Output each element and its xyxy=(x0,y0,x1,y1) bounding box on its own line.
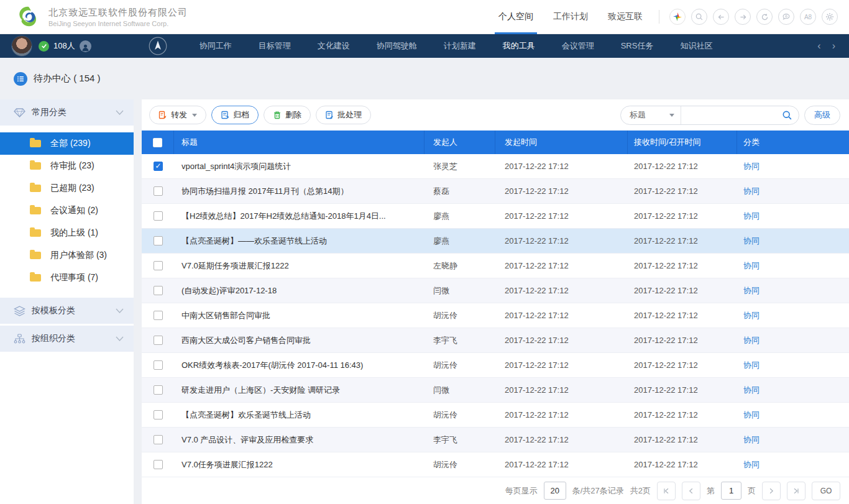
nav-item[interactable]: 协同工作 xyxy=(200,40,232,52)
nav-item[interactable]: 计划新建 xyxy=(444,40,476,52)
nav-item[interactable]: 目标管理 xyxy=(259,40,291,52)
compass-icon[interactable] xyxy=(149,37,167,55)
column-header-start-time[interactable]: 发起时间 xyxy=(495,131,628,154)
sidebar-folder-item[interactable]: 已超期 (23) xyxy=(0,177,134,199)
column-header-category[interactable]: 分类 xyxy=(737,131,849,154)
settings-gear-icon[interactable] xyxy=(822,9,838,25)
row-title[interactable]: 【点亮圣诞树】——欢乐圣诞节线上活动 xyxy=(181,236,327,247)
sidebar-folder-item[interactable]: 代理事项 (7) xyxy=(0,267,134,289)
refresh-icon[interactable] xyxy=(756,9,773,25)
select-all-checkbox[interactable] xyxy=(153,138,162,147)
row-checkbox[interactable] xyxy=(154,311,163,320)
row-checkbox[interactable] xyxy=(154,360,163,370)
row-checkbox[interactable] xyxy=(154,236,163,245)
forward-arrow-icon[interactable] xyxy=(735,9,751,25)
feedback-bubble-icon[interactable] xyxy=(778,9,794,25)
row-category-link[interactable]: 协同 xyxy=(743,459,760,470)
row-title[interactable]: 研发走进用户（上海区）-天安财险 调研记录 xyxy=(181,385,340,396)
nav-item[interactable]: 知识社区 xyxy=(680,40,712,52)
row-checkbox[interactable] xyxy=(154,435,163,444)
a8-icon[interactable]: A8 xyxy=(800,9,816,25)
space-tab[interactable]: 致远互联 xyxy=(598,0,653,34)
online-count[interactable]: 108人 xyxy=(53,40,75,52)
row-category-link[interactable]: 协同 xyxy=(743,434,760,446)
row-category-link[interactable]: 协同 xyxy=(743,310,760,321)
search-field-select[interactable]: 标题 xyxy=(621,109,681,121)
go-button[interactable]: GO xyxy=(812,482,840,500)
search-icon[interactable] xyxy=(691,9,707,25)
row-checkbox[interactable] xyxy=(154,336,163,345)
row-category-link[interactable]: 协同 xyxy=(743,360,760,371)
table-row[interactable]: V7.0任务项进展汇报1222 胡沅伶 2017-12-22 17:12 201… xyxy=(142,452,849,477)
prev-page-button[interactable] xyxy=(682,482,700,500)
last-page-button[interactable] xyxy=(787,482,805,500)
row-title[interactable]: 西南大区大成公司客户销售合同审批 xyxy=(181,335,311,346)
nav-item[interactable]: SRS任务 xyxy=(621,40,654,52)
nav-item[interactable]: 协同驾驶舱 xyxy=(377,40,417,52)
row-checkbox[interactable] xyxy=(154,385,163,395)
row-title[interactable]: V7.0延期任务项进展汇报1222 xyxy=(181,260,289,272)
sidebar-folder-item[interactable]: 用户体验部 (3) xyxy=(0,244,134,267)
table-row[interactable]: (自动发起)评审2017-12-18 闫微 2017-12-22 17:12 2… xyxy=(142,278,849,303)
row-category-link[interactable]: 协同 xyxy=(743,385,760,396)
current-page-input[interactable] xyxy=(721,482,741,500)
column-header-title[interactable]: 标题 xyxy=(174,131,424,154)
row-title[interactable]: V7.0 产品设计、评审及应用检查要求 xyxy=(181,434,313,446)
column-header-receive-time[interactable]: 接收时间/召开时间 xyxy=(628,131,737,154)
row-category-link[interactable]: 协同 xyxy=(743,285,760,296)
table-row[interactable]: 【H2绩效总结】2017年H2绩效总结通知-2018年1月4日... 廖燕 20… xyxy=(142,204,849,229)
row-title[interactable]: (自动发起)评审2017-12-18 xyxy=(181,285,277,296)
row-title[interactable]: vportal_sprint4演示项问题统计 xyxy=(181,161,291,172)
row-category-link[interactable]: 协同 xyxy=(743,161,760,172)
row-title[interactable]: 协同市场扫描月报 2017年11月刊（总第14期） xyxy=(181,186,349,197)
nav-scroll-left-icon[interactable]: ‹ xyxy=(817,40,820,52)
table-row[interactable]: 协同市场扫描月报 2017年11月刊（总第14期） 蔡磊 2017-12-22 … xyxy=(142,179,849,204)
row-category-link[interactable]: 协同 xyxy=(743,260,760,272)
user-avatar[interactable] xyxy=(11,35,32,57)
row-category-link[interactable]: 协同 xyxy=(743,410,760,421)
row-checkbox[interactable] xyxy=(154,261,163,270)
first-page-button[interactable] xyxy=(657,482,676,500)
row-checkbox[interactable] xyxy=(154,162,163,171)
table-row[interactable]: 【点亮圣诞树】欢乐圣诞节线上活动 胡沅伶 2017-12-22 17:12 20… xyxy=(142,403,849,428)
nav-scroll-right-icon[interactable]: › xyxy=(832,40,835,52)
space-tab[interactable]: 工作计划 xyxy=(543,0,598,34)
search-submit-icon[interactable] xyxy=(782,110,799,121)
nav-item[interactable]: 文化建设 xyxy=(318,40,350,52)
row-category-link[interactable]: 协同 xyxy=(743,186,760,197)
page-size-input[interactable] xyxy=(544,482,566,500)
column-header-sender[interactable]: 发起人 xyxy=(424,131,495,154)
row-title[interactable]: V7.0任务项进展汇报1222 xyxy=(181,459,273,470)
forward-button[interactable]: 转发 xyxy=(149,106,206,124)
back-arrow-icon[interactable] xyxy=(713,9,729,25)
table-row[interactable]: vportal_sprint4演示项问题统计 张灵芝 2017-12-22 17… xyxy=(142,154,849,179)
search-input[interactable] xyxy=(681,107,782,123)
sidebar-section-template[interactable]: 按模板分类 xyxy=(0,298,134,324)
table-row[interactable]: 西南大区大成公司客户销售合同审批 李宇飞 2017-12-22 17:12 20… xyxy=(142,328,849,353)
row-checkbox[interactable] xyxy=(154,211,163,221)
next-page-button[interactable] xyxy=(762,482,781,500)
row-title[interactable]: OKR绩效考核表-2017年(胡沅伶 2017-04-11 16:43) xyxy=(181,360,363,371)
row-checkbox[interactable] xyxy=(154,186,163,196)
advanced-search-button[interactable]: 高级 xyxy=(804,106,840,125)
sidebar-folder-item[interactable]: 我的上级 (1) xyxy=(0,222,134,244)
row-checkbox[interactable] xyxy=(154,410,163,419)
space-tab[interactable]: 个人空间 xyxy=(489,0,543,34)
table-row[interactable]: OKR绩效考核表-2017年(胡沅伶 2017-04-11 16:43) 胡沅伶… xyxy=(142,353,849,378)
table-row[interactable]: 中南大区销售部合同审批 胡沅伶 2017-12-22 17:12 2017-12… xyxy=(142,303,849,328)
table-row[interactable]: V7.0延期任务项进展汇报1222 左晓静 2017-12-22 17:12 2… xyxy=(142,254,849,278)
row-title[interactable]: 中南大区销售部合同审批 xyxy=(181,310,270,321)
row-category-link[interactable]: 协同 xyxy=(743,236,760,247)
row-category-link[interactable]: 协同 xyxy=(743,211,760,222)
table-row[interactable]: 【点亮圣诞树】——欢乐圣诞节线上活动 廖燕 2017-12-22 17:12 2… xyxy=(142,229,849,254)
table-row[interactable]: 研发走进用户（上海区）-天安财险 调研记录 闫微 2017-12-22 17:1… xyxy=(142,378,849,403)
person-icon[interactable] xyxy=(80,40,91,52)
sidebar-section-org[interactable]: 按组织分类 xyxy=(0,326,134,352)
apps-pinwheel-icon[interactable] xyxy=(669,9,686,25)
delete-button[interactable]: 删除 xyxy=(264,106,311,124)
sidebar-section-common[interactable]: 常用分类 xyxy=(0,99,134,126)
sidebar-folder-item[interactable]: 会议通知 (2) xyxy=(0,199,134,222)
row-checkbox[interactable] xyxy=(154,286,163,295)
row-title[interactable]: 【点亮圣诞树】欢乐圣诞节线上活动 xyxy=(181,410,311,421)
row-category-link[interactable]: 协同 xyxy=(743,335,760,346)
